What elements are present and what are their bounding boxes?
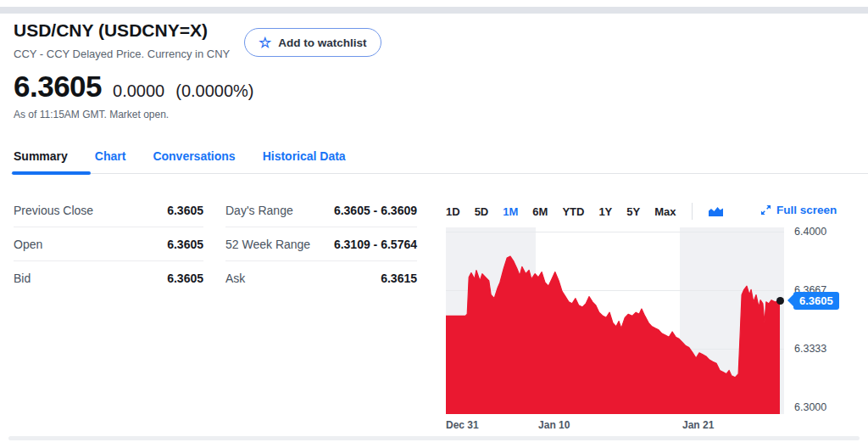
top-nav-divider (0, 7, 868, 14)
current-price: 6.3605 (14, 70, 102, 104)
quote-value-bid: 6.3605 (167, 272, 203, 285)
tab-chart[interactable]: Chart (95, 149, 126, 163)
range-button-6m[interactable]: 6M (532, 205, 548, 218)
quote-page: USD/CNY (USDCNY=X) CCY - CCY Delayed Pri… (0, 0, 868, 448)
price-block: 6.3605 0.0000 (0.0000%) (14, 70, 254, 104)
fullscreen-button[interactable]: Full screen (760, 204, 837, 216)
price-change: 0.0000 (113, 81, 164, 101)
exchange-info: CCY - CCY Delayed Price. Currency in CNY (14, 48, 230, 60)
quote-label-previous-close: Previous Close (14, 204, 93, 217)
range-button-5y[interactable]: 5Y (626, 205, 640, 218)
chart-range-selector: 1D5D1M6MYTD1Y5YMax (446, 202, 724, 221)
quote-table-left: Previous Close6.3605Open6.3605Bid6.3605 (14, 193, 203, 294)
tab-summary[interactable]: Summary (14, 149, 68, 163)
expand-arrows-icon (760, 204, 771, 216)
x-axis-label: Jan 21 (682, 419, 714, 431)
asof-timestamp: As of 11:15AM GMT. Market open. (14, 109, 169, 120)
area-series-usdcny (446, 227, 780, 414)
add-to-watchlist-button[interactable]: ☆ Add to watchlist (244, 28, 381, 57)
x-axis-label: Dec 31 (446, 419, 479, 431)
range-button-1m[interactable]: 1M (503, 205, 518, 218)
price-chart[interactable]: 6.40006.36676.33336.3000Dec 31Jan 10Jan … (446, 227, 784, 414)
range-button-1d[interactable]: 1D (446, 205, 460, 218)
last-price-dot (776, 297, 784, 305)
price-change-percent: (0.0000%) (175, 81, 253, 101)
quote-value-day-s-range: 6.3605 - 6.3609 (334, 204, 417, 217)
y-axis-label: 6.4000 (794, 226, 826, 238)
quote-value-open: 6.3605 (167, 238, 203, 251)
y-axis-label: 6.3000 (794, 401, 826, 413)
tab-bar: SummaryChartConversationsHistorical Data (14, 149, 346, 163)
quote-label-day-s-range: Day's Range (225, 204, 293, 217)
table-row: Day's Range6.3605 - 6.3609 (225, 193, 417, 227)
page-title: USD/CNY (USDCNY=X) (14, 20, 208, 41)
y-axis-label: 6.3333 (794, 343, 826, 355)
star-icon: ☆ (259, 36, 271, 50)
quote-label-52-week-range: 52 Week Range (225, 238, 310, 251)
quote-value-previous-close: 6.3605 (167, 204, 203, 217)
fullscreen-label: Full screen (776, 204, 837, 216)
table-row: Open6.3605 (14, 227, 203, 261)
section-divider (8, 436, 860, 440)
range-button-max[interactable]: Max (654, 205, 676, 218)
last-price-badge: 6.3605 (787, 292, 839, 310)
range-button-5d[interactable]: 5D (475, 205, 489, 218)
tab-historical-data[interactable]: Historical Data (263, 149, 346, 163)
table-row: Ask6.3615 (225, 261, 417, 294)
area-chart-icon[interactable] (709, 206, 724, 217)
table-row: Bid6.3605 (14, 261, 203, 294)
quote-table-right: Day's Range6.3605 - 6.360952 Week Range6… (225, 193, 417, 294)
quote-value-ask: 6.3615 (381, 272, 417, 285)
quote-label-ask: Ask (225, 272, 245, 285)
table-row: Previous Close6.3605 (14, 193, 203, 227)
tab-conversations[interactable]: Conversations (153, 149, 235, 163)
quote-label-open: Open (14, 238, 42, 251)
range-button-1y[interactable]: 1Y (598, 205, 612, 218)
badge-value: 6.3605 (793, 292, 839, 310)
watchlist-label: Add to watchlist (278, 36, 366, 49)
quote-label-bid: Bid (14, 272, 31, 285)
tabs-divider (11, 173, 868, 174)
x-axis-label: Jan 10 (538, 419, 570, 431)
quote-value-52-week-range: 6.3109 - 6.5764 (334, 238, 417, 251)
range-button-ytd[interactable]: YTD (562, 205, 584, 218)
table-row: 52 Week Range6.3109 - 6.5764 (225, 227, 417, 261)
active-tab-underline (12, 171, 91, 175)
range-separator (692, 203, 693, 220)
